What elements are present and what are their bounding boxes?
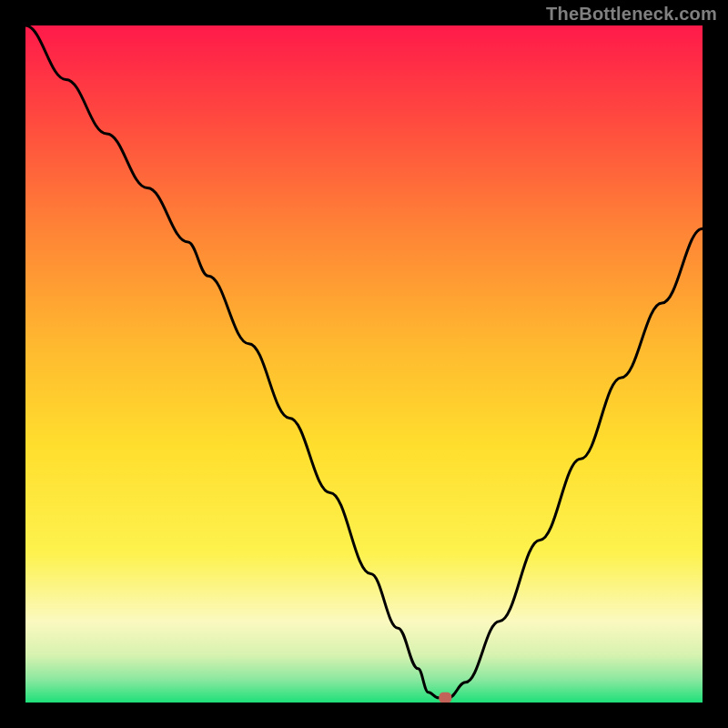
optimal-point-marker — [439, 693, 451, 703]
chart-frame: TheBottleneck.com — [0, 0, 728, 728]
plot-area — [25, 25, 703, 703]
bottleneck-chart — [25, 25, 703, 703]
watermark-text: TheBottleneck.com — [546, 4, 717, 25]
gradient-background — [25, 25, 703, 703]
